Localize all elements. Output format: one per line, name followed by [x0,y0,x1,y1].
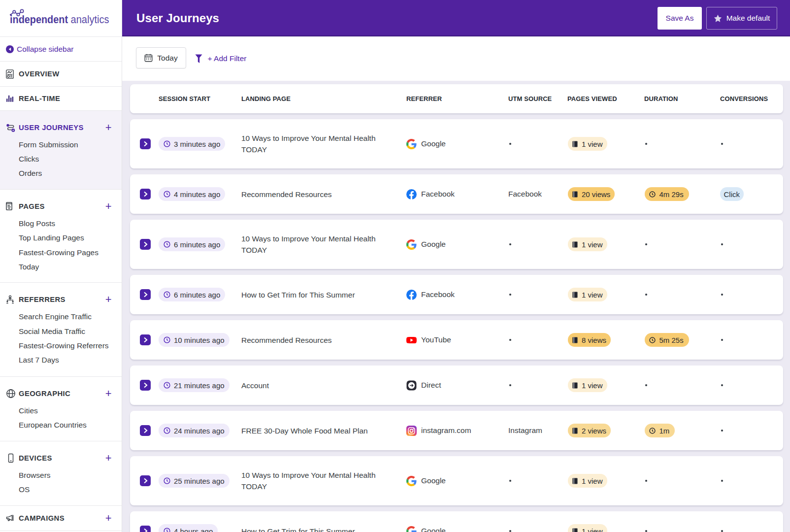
svg-text:analytics: analytics [71,13,109,26]
svg-text:independent: independent [10,13,68,26]
